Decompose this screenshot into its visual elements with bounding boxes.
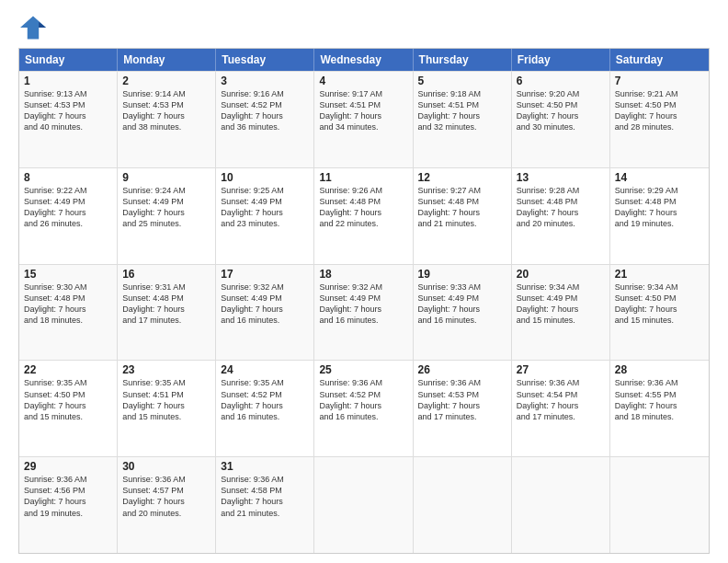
day-number: 20 bbox=[517, 268, 605, 281]
day-number: 22 bbox=[24, 363, 112, 376]
calendar-cell: 30Sunrise: 9:36 AM Sunset: 4:57 PM Dayli… bbox=[118, 457, 216, 553]
calendar-cell: 14Sunrise: 9:29 AM Sunset: 4:48 PM Dayli… bbox=[610, 168, 709, 264]
calendar-cell: 2Sunrise: 9:14 AM Sunset: 4:53 PM Daylig… bbox=[118, 72, 216, 167]
day-number: 15 bbox=[24, 268, 112, 281]
day-number: 21 bbox=[615, 268, 704, 281]
day-info: Sunrise: 9:36 AM Sunset: 4:54 PM Dayligh… bbox=[517, 378, 580, 420]
day-number: 17 bbox=[221, 268, 309, 281]
day-info: Sunrise: 9:36 AM Sunset: 4:57 PM Dayligh… bbox=[122, 475, 186, 517]
day-number: 16 bbox=[122, 268, 210, 281]
calendar-header: SundayMondayTuesdayWednesdayThursdayFrid… bbox=[19, 49, 709, 71]
calendar-cell: 25Sunrise: 9:36 AM Sunset: 4:52 PM Dayli… bbox=[314, 361, 413, 456]
calendar-cell: 19Sunrise: 9:33 AM Sunset: 4:49 PM Dayli… bbox=[414, 265, 512, 361]
calendar-header-cell: Friday bbox=[512, 49, 610, 71]
day-info: Sunrise: 9:36 AM Sunset: 4:53 PM Dayligh… bbox=[418, 378, 482, 420]
day-number: 24 bbox=[221, 363, 309, 376]
day-number: 27 bbox=[517, 363, 605, 376]
day-info: Sunrise: 9:24 AM Sunset: 4:49 PM Dayligh… bbox=[122, 186, 186, 228]
page: SundayMondayTuesdayWednesdayThursdayFrid… bbox=[0, 0, 728, 563]
calendar-week: 8Sunrise: 9:22 AM Sunset: 4:49 PM Daylig… bbox=[19, 167, 709, 264]
calendar-cell: 20Sunrise: 9:34 AM Sunset: 4:49 PM Dayli… bbox=[512, 265, 610, 361]
calendar-cell: 8Sunrise: 9:22 AM Sunset: 4:49 PM Daylig… bbox=[19, 168, 118, 264]
calendar-cell: 16Sunrise: 9:31 AM Sunset: 4:48 PM Dayli… bbox=[118, 265, 216, 361]
day-info: Sunrise: 9:17 AM Sunset: 4:51 PM Dayligh… bbox=[319, 89, 382, 132]
calendar-cell: 7Sunrise: 9:21 AM Sunset: 4:50 PM Daylig… bbox=[610, 72, 709, 167]
calendar-cell: 23Sunrise: 9:35 AM Sunset: 4:51 PM Dayli… bbox=[118, 361, 216, 456]
calendar-cell: 21Sunrise: 9:34 AM Sunset: 4:50 PM Dayli… bbox=[610, 265, 709, 361]
day-info: Sunrise: 9:28 AM Sunset: 4:48 PM Dayligh… bbox=[517, 186, 580, 228]
day-number: 2 bbox=[122, 75, 210, 87]
calendar-cell: 15Sunrise: 9:30 AM Sunset: 4:48 PM Dayli… bbox=[19, 265, 118, 361]
day-number: 9 bbox=[122, 171, 210, 184]
day-info: Sunrise: 9:32 AM Sunset: 4:49 PM Dayligh… bbox=[319, 282, 382, 325]
calendar-week: 1Sunrise: 9:13 AM Sunset: 4:53 PM Daylig… bbox=[19, 71, 709, 167]
calendar-cell: 17Sunrise: 9:32 AM Sunset: 4:49 PM Dayli… bbox=[216, 265, 314, 361]
day-number: 14 bbox=[615, 171, 704, 184]
calendar-body: 1Sunrise: 9:13 AM Sunset: 4:53 PM Daylig… bbox=[19, 71, 709, 553]
calendar-cell: 24Sunrise: 9:35 AM Sunset: 4:52 PM Dayli… bbox=[216, 361, 314, 456]
day-number: 28 bbox=[615, 363, 704, 376]
calendar-week: 29Sunrise: 9:36 AM Sunset: 4:56 PM Dayli… bbox=[19, 456, 709, 553]
calendar-week: 22Sunrise: 9:35 AM Sunset: 4:50 PM Dayli… bbox=[19, 360, 709, 456]
day-number: 25 bbox=[319, 363, 407, 376]
calendar-cell bbox=[414, 457, 512, 553]
day-info: Sunrise: 9:26 AM Sunset: 4:48 PM Dayligh… bbox=[319, 186, 382, 228]
day-number: 7 bbox=[615, 75, 704, 87]
calendar-cell: 28Sunrise: 9:36 AM Sunset: 4:55 PM Dayli… bbox=[610, 361, 709, 456]
day-info: Sunrise: 9:16 AM Sunset: 4:52 PM Dayligh… bbox=[221, 89, 284, 132]
header bbox=[18, 15, 710, 40]
day-info: Sunrise: 9:18 AM Sunset: 4:51 PM Dayligh… bbox=[418, 89, 482, 132]
day-info: Sunrise: 9:13 AM Sunset: 4:53 PM Dayligh… bbox=[24, 89, 87, 132]
calendar-cell: 6Sunrise: 9:20 AM Sunset: 4:50 PM Daylig… bbox=[512, 72, 610, 167]
day-info: Sunrise: 9:33 AM Sunset: 4:49 PM Dayligh… bbox=[418, 282, 482, 325]
day-info: Sunrise: 9:34 AM Sunset: 4:50 PM Dayligh… bbox=[615, 282, 678, 325]
day-info: Sunrise: 9:25 AM Sunset: 4:49 PM Dayligh… bbox=[221, 186, 284, 228]
calendar-cell: 9Sunrise: 9:24 AM Sunset: 4:49 PM Daylig… bbox=[118, 168, 216, 264]
day-number: 12 bbox=[418, 171, 506, 184]
calendar: SundayMondayTuesdayWednesdayThursdayFrid… bbox=[18, 48, 710, 554]
day-info: Sunrise: 9:36 AM Sunset: 4:58 PM Dayligh… bbox=[221, 475, 284, 517]
calendar-cell: 26Sunrise: 9:36 AM Sunset: 4:53 PM Dayli… bbox=[414, 361, 512, 456]
day-number: 8 bbox=[24, 171, 112, 184]
day-info: Sunrise: 9:20 AM Sunset: 4:50 PM Dayligh… bbox=[517, 89, 580, 132]
day-number: 11 bbox=[319, 171, 407, 184]
calendar-cell bbox=[314, 457, 413, 553]
calendar-week: 15Sunrise: 9:30 AM Sunset: 4:48 PM Dayli… bbox=[19, 264, 709, 361]
logo-icon bbox=[18, 15, 48, 40]
day-info: Sunrise: 9:36 AM Sunset: 4:56 PM Dayligh… bbox=[24, 475, 87, 517]
day-number: 30 bbox=[122, 460, 210, 473]
day-number: 23 bbox=[122, 363, 210, 376]
day-info: Sunrise: 9:30 AM Sunset: 4:48 PM Dayligh… bbox=[24, 282, 87, 325]
calendar-header-cell: Saturday bbox=[610, 49, 709, 71]
calendar-cell: 12Sunrise: 9:27 AM Sunset: 4:48 PM Dayli… bbox=[414, 168, 512, 264]
calendar-cell: 4Sunrise: 9:17 AM Sunset: 4:51 PM Daylig… bbox=[314, 72, 413, 167]
calendar-cell: 11Sunrise: 9:26 AM Sunset: 4:48 PM Dayli… bbox=[314, 168, 413, 264]
calendar-cell: 29Sunrise: 9:36 AM Sunset: 4:56 PM Dayli… bbox=[19, 457, 118, 553]
day-info: Sunrise: 9:36 AM Sunset: 4:55 PM Dayligh… bbox=[615, 378, 678, 420]
day-number: 10 bbox=[221, 171, 309, 184]
day-info: Sunrise: 9:35 AM Sunset: 4:52 PM Dayligh… bbox=[221, 378, 284, 420]
calendar-cell: 27Sunrise: 9:36 AM Sunset: 4:54 PM Dayli… bbox=[512, 361, 610, 456]
day-number: 13 bbox=[517, 171, 605, 184]
day-info: Sunrise: 9:29 AM Sunset: 4:48 PM Dayligh… bbox=[615, 186, 678, 228]
day-info: Sunrise: 9:27 AM Sunset: 4:48 PM Dayligh… bbox=[418, 186, 482, 228]
day-info: Sunrise: 9:35 AM Sunset: 4:51 PM Dayligh… bbox=[122, 378, 186, 420]
day-number: 29 bbox=[24, 460, 112, 473]
calendar-header-cell: Sunday bbox=[19, 49, 118, 71]
calendar-cell: 22Sunrise: 9:35 AM Sunset: 4:50 PM Dayli… bbox=[19, 361, 118, 456]
day-info: Sunrise: 9:31 AM Sunset: 4:48 PM Dayligh… bbox=[122, 282, 186, 325]
day-info: Sunrise: 9:21 AM Sunset: 4:50 PM Dayligh… bbox=[615, 89, 678, 132]
calendar-cell: 1Sunrise: 9:13 AM Sunset: 4:53 PM Daylig… bbox=[19, 72, 118, 167]
day-info: Sunrise: 9:14 AM Sunset: 4:53 PM Dayligh… bbox=[122, 89, 186, 132]
calendar-cell: 10Sunrise: 9:25 AM Sunset: 4:49 PM Dayli… bbox=[216, 168, 314, 264]
day-info: Sunrise: 9:22 AM Sunset: 4:49 PM Dayligh… bbox=[24, 186, 87, 228]
day-number: 18 bbox=[319, 268, 407, 281]
calendar-cell: 5Sunrise: 9:18 AM Sunset: 4:51 PM Daylig… bbox=[414, 72, 512, 167]
calendar-header-cell: Tuesday bbox=[216, 49, 314, 71]
day-number: 4 bbox=[319, 75, 407, 87]
calendar-header-cell: Thursday bbox=[414, 49, 512, 71]
calendar-cell: 13Sunrise: 9:28 AM Sunset: 4:48 PM Dayli… bbox=[512, 168, 610, 264]
day-info: Sunrise: 9:36 AM Sunset: 4:52 PM Dayligh… bbox=[319, 378, 382, 420]
day-number: 5 bbox=[418, 75, 506, 87]
day-number: 3 bbox=[221, 75, 309, 87]
